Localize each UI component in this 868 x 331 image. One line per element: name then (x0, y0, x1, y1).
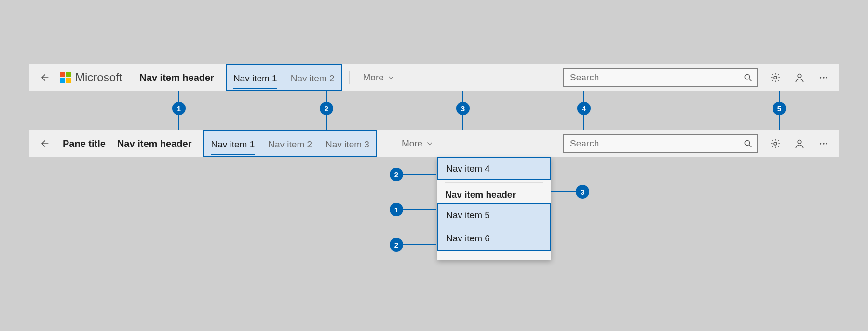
nav-item-header: Nav item header (117, 138, 192, 149)
arrow-left-icon (40, 73, 49, 82)
dropdown-item-5[interactable]: Nav item 5 (438, 204, 550, 227)
more-horizontal-icon (818, 72, 829, 83)
dropdown-item-4[interactable]: Nav item 4 (437, 157, 551, 180)
dropdown-items-highlight-group: Nav item 5 Nav item 6 (437, 203, 551, 251)
svg-rect-2 (60, 78, 65, 83)
gear-icon (770, 138, 781, 149)
search-input[interactable]: Search (563, 68, 758, 87)
callout-connector (779, 115, 780, 130)
overflow-button[interactable] (813, 67, 834, 88)
dropdown-header: Nav item header (437, 183, 551, 203)
settings-button[interactable] (765, 133, 786, 154)
callout-connector (403, 244, 436, 245)
gear-icon (770, 72, 781, 83)
svg-point-15 (820, 143, 821, 144)
more-button[interactable]: More (356, 72, 401, 83)
svg-point-13 (774, 142, 777, 145)
settings-button[interactable] (765, 67, 786, 88)
microsoft-logo: Microsoft (60, 71, 122, 84)
svg-point-4 (745, 74, 750, 79)
dropdown-item-label: Nav item 5 (446, 210, 490, 221)
more-dropdown: Nav item 4 Nav item header Nav item 5 Na… (437, 157, 551, 260)
svg-point-16 (823, 143, 824, 144)
callout-connector (403, 174, 436, 175)
search-icon (744, 73, 752, 82)
account-button[interactable] (789, 67, 810, 88)
callout-badge-2: 2 (320, 102, 333, 115)
microsoft-logo-icon (60, 72, 71, 83)
nav-item-2[interactable]: Nav item 2 (284, 65, 341, 92)
nav-item-label: Nav item 3 (326, 139, 369, 150)
svg-point-8 (820, 77, 821, 78)
callout-badge-2-lower-b: 2 (390, 238, 403, 252)
nav-item-2[interactable]: Nav item 2 (261, 131, 319, 158)
svg-line-5 (749, 79, 751, 81)
callout-badge-3: 3 (456, 102, 470, 115)
search-placeholder: Search (570, 138, 599, 149)
svg-rect-3 (66, 78, 71, 83)
callout-connector (779, 91, 780, 102)
more-label: More (363, 72, 384, 83)
svg-point-17 (826, 143, 827, 144)
dropdown-item-6[interactable]: Nav item 6 (438, 227, 550, 250)
person-icon (794, 72, 805, 83)
nav-item-label: Nav item 1 (233, 73, 277, 84)
separator (349, 71, 350, 84)
callout-connector (178, 115, 179, 130)
svg-rect-1 (66, 72, 71, 77)
callout-badge-4: 4 (577, 102, 591, 115)
back-button[interactable] (34, 67, 55, 88)
nav-item-1[interactable]: Nav item 1 (227, 65, 284, 92)
svg-point-14 (798, 140, 801, 144)
more-button[interactable]: More (395, 138, 440, 149)
more-label: More (402, 138, 422, 149)
svg-point-9 (823, 77, 824, 78)
account-button[interactable] (789, 133, 810, 154)
chevron-down-icon (426, 140, 433, 147)
toolbar-right-icons (762, 67, 834, 88)
nav-item-label: Nav item 1 (211, 139, 255, 150)
svg-rect-0 (60, 72, 65, 77)
nav-item-label: Nav item 2 (291, 73, 335, 84)
toolbar-right-icons (762, 133, 834, 154)
callout-connector (583, 115, 584, 130)
callout-connector (583, 91, 584, 102)
arrow-left-icon (40, 139, 49, 148)
svg-point-7 (798, 74, 801, 78)
callout-connector (403, 209, 436, 210)
more-horizontal-icon (818, 138, 829, 149)
callout-connector (178, 91, 179, 102)
dropdown-item-label: Nav item 6 (446, 233, 490, 244)
top-nav-bar-1: Microsoft Nav item header Nav item 1 Nav… (29, 64, 839, 91)
top-nav-bar-2: Pane title Nav item header Nav item 1 Na… (29, 130, 839, 157)
overflow-button[interactable] (813, 133, 834, 154)
callout-badge-3-lower: 3 (576, 185, 589, 199)
svg-line-12 (749, 145, 751, 147)
back-button[interactable] (34, 133, 55, 154)
separator (384, 137, 384, 150)
person-icon (794, 138, 805, 149)
chevron-down-icon (388, 74, 394, 81)
nav-item-3[interactable]: Nav item 3 (319, 131, 376, 158)
callout-connector (462, 91, 463, 102)
brand-text: Microsoft (75, 71, 122, 84)
callout-connector (326, 91, 327, 102)
nav-items-highlight-group: Nav item 1 Nav item 2 Nav item 3 (203, 130, 377, 157)
callout-connector (462, 115, 463, 130)
svg-point-10 (826, 77, 827, 78)
svg-point-11 (745, 140, 750, 146)
search-icon (744, 139, 752, 148)
pane-title: Pane title (63, 138, 106, 149)
search-input[interactable]: Search (563, 134, 758, 153)
callout-badge-5: 5 (773, 102, 786, 115)
nav-item-header: Nav item header (139, 72, 214, 83)
nav-item-label: Nav item 2 (268, 139, 312, 150)
callout-connector (551, 191, 576, 192)
callout-badge-2-lower-a: 2 (390, 168, 403, 181)
svg-point-6 (774, 76, 777, 79)
callout-badge-1-lower: 1 (390, 203, 403, 216)
dropdown-item-label: Nav item 4 (446, 163, 490, 174)
callout-connector (326, 115, 327, 130)
nav-item-1[interactable]: Nav item 1 (204, 131, 261, 158)
callout-badge-1: 1 (172, 102, 186, 115)
